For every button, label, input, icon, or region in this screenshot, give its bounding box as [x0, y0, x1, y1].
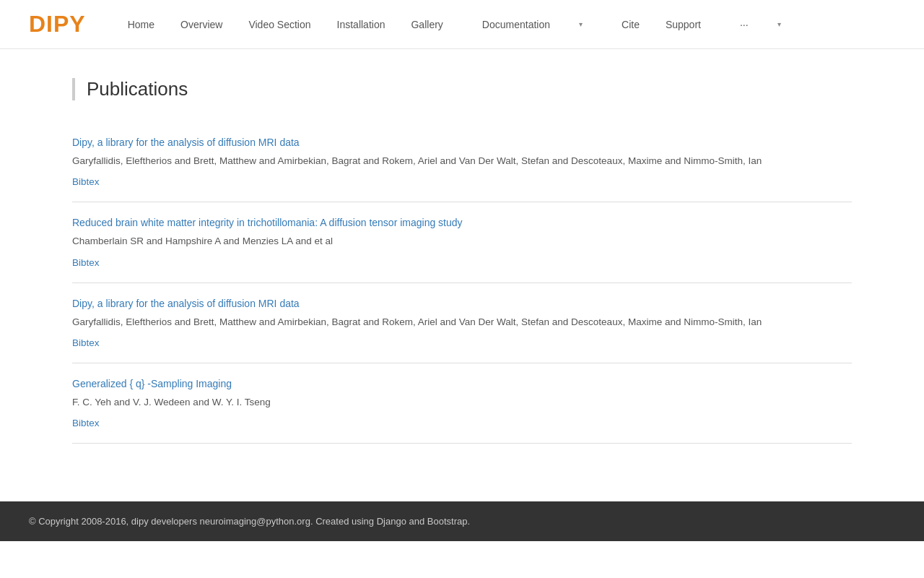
nav-link-cite[interactable]: Cite: [609, 0, 653, 49]
publication-bibtex-link[interactable]: Bibtex: [72, 418, 100, 428]
footer: © Copyright 2008-2016, dipy developers n…: [0, 501, 924, 541]
nav-link-gallery[interactable]: Gallery: [398, 0, 456, 49]
brand-logo[interactable]: DIPY: [29, 11, 86, 38]
publication-title-link[interactable]: Generalized { q} -Sampling Imaging: [72, 378, 852, 389]
publication-item: Reduced brain white matter integrity in …: [72, 202, 852, 282]
page-title-wrapper: Publications: [72, 78, 852, 100]
main-content: Publications Dipy, a library for the ana…: [51, 49, 873, 473]
nav-item-video-section[interactable]: Video Section: [235, 0, 323, 49]
nav-item-more[interactable]: ··· ▾: [714, 0, 807, 49]
publication-bibtex-link[interactable]: Bibtex: [72, 337, 100, 348]
nav-link-overview[interactable]: Overview: [167, 0, 235, 49]
publication-item: Dipy, a library for the analysis of diff…: [72, 283, 852, 363]
publication-bibtex-link[interactable]: Bibtex: [72, 257, 100, 268]
nav-links: Home Overview Video Section Installation…: [115, 0, 807, 49]
nav-link-video-section[interactable]: Video Section: [235, 0, 323, 49]
publication-title-link[interactable]: Reduced brain white matter integrity in …: [72, 217, 852, 228]
nav-link-documentation[interactable]: Documentation ▾: [456, 0, 609, 49]
page-title: Publications: [87, 78, 852, 100]
publication-authors: Garyfallidis, Eleftherios and Brett, Mat…: [72, 315, 852, 329]
nav-item-gallery[interactable]: Gallery: [398, 0, 456, 49]
nav-item-installation[interactable]: Installation: [324, 0, 398, 49]
nav-link-home[interactable]: Home: [115, 0, 167, 49]
publication-item: Generalized { q} -Sampling ImagingF. C. …: [72, 363, 852, 444]
more-label: ···: [727, 0, 762, 49]
publication-authors: Garyfallidis, Eleftherios and Brett, Mat…: [72, 154, 852, 168]
publication-title-link[interactable]: Dipy, a library for the analysis of diff…: [72, 298, 852, 309]
nav-item-cite[interactable]: Cite: [609, 0, 653, 49]
navbar: DIPY Home Overview Video Section Install…: [0, 0, 924, 49]
publications-list: Dipy, a library for the analysis of diff…: [72, 122, 852, 444]
publication-authors: Chamberlain SR and Hampshire A and Menzi…: [72, 234, 852, 249]
footer-text: © Copyright 2008-2016, dipy developers n…: [29, 516, 470, 527]
publication-bibtex-link[interactable]: Bibtex: [72, 176, 100, 187]
publication-title-link[interactable]: Dipy, a library for the analysis of diff…: [72, 137, 852, 148]
nav-link-installation[interactable]: Installation: [324, 0, 398, 49]
documentation-dropdown-icon: ▾: [566, 0, 596, 49]
publication-item: Dipy, a library for the analysis of diff…: [72, 122, 852, 202]
nav-item-documentation[interactable]: Documentation ▾: [456, 0, 609, 49]
documentation-label: Documentation: [469, 0, 563, 49]
more-dropdown-icon: ▾: [764, 0, 794, 49]
nav-link-more[interactable]: ··· ▾: [714, 0, 807, 49]
nav-item-overview[interactable]: Overview: [167, 0, 235, 49]
nav-item-support[interactable]: Support: [653, 0, 714, 49]
nav-item-home[interactable]: Home: [115, 0, 167, 49]
nav-link-support[interactable]: Support: [653, 0, 714, 49]
publication-authors: F. C. Yeh and V. J. Wedeen and W. Y. I. …: [72, 395, 852, 410]
